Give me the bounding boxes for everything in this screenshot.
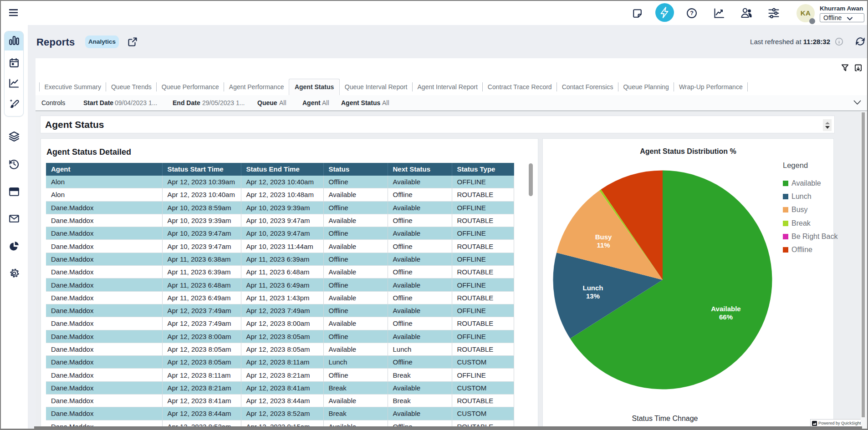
svg-text:Available: Available: [711, 305, 740, 313]
svg-text:Busy: Busy: [595, 233, 612, 241]
svg-text:Lunch: Lunch: [583, 284, 603, 292]
svg-text:?: ?: [690, 10, 694, 16]
svg-text:66%: 66%: [719, 313, 733, 321]
svg-text:13%: 13%: [586, 292, 600, 300]
svg-text:11%: 11%: [597, 241, 610, 249]
